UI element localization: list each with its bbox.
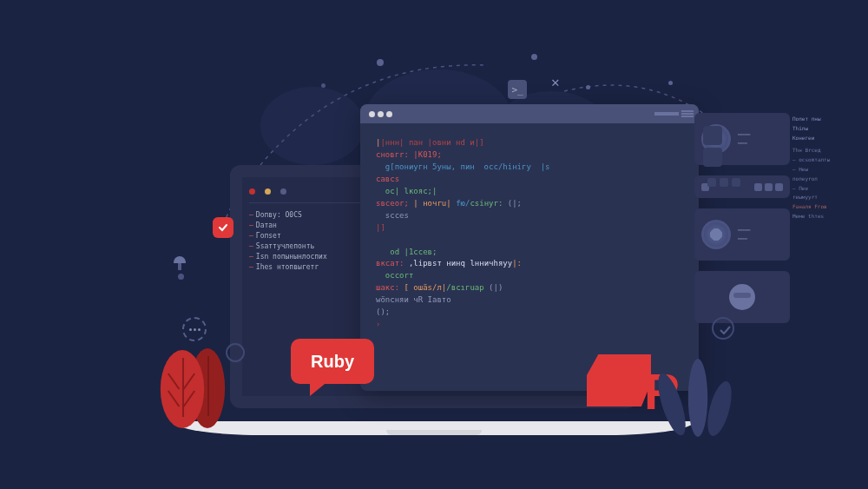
- terminal-icon: >_: [508, 80, 527, 99]
- ruby-speech-bubble: Ruby: [291, 339, 374, 384]
- mini-tiles: [707, 178, 740, 187]
- reference-panel: Попет пны Тhiпы Kонегеи Thн Brcед — ocsо…: [792, 115, 832, 221]
- panel-track-2: ━━━━━━━: [694, 208, 790, 261]
- code-editor: ||ннн| пан |овни нd и|] сновгr: |К019; g…: [360, 104, 699, 391]
- chat-icon: [182, 317, 207, 341]
- mushroom-icon: [174, 256, 186, 270]
- panel-mini-icon: [703, 148, 722, 167]
- bag-icon: [729, 284, 755, 310]
- editor-body: ||ннн| пан |овни нd и|] сновгr: |К019; g…: [360, 123, 699, 345]
- deco-dot: [586, 85, 590, 89]
- deco-circle: [712, 317, 734, 340]
- close-dot[interactable]: [249, 188, 255, 195]
- ruby-label: Ruby: [311, 352, 354, 372]
- deco-dot: [531, 54, 537, 60]
- deco-dot: [377, 59, 384, 66]
- disc-icon: [701, 220, 731, 249]
- checkbox-icon: [213, 217, 233, 238]
- panel-mini-icon: [703, 126, 722, 145]
- panel-badge: [694, 271, 790, 323]
- deco-dot: [321, 83, 326, 88]
- deco-circle: [226, 343, 245, 362]
- max-dot[interactable]: [280, 188, 286, 195]
- deco-dot: [178, 274, 184, 280]
- close-icon[interactable]: ✕: [551, 74, 560, 90]
- plant-right: [660, 367, 746, 437]
- laptop-hinge: [386, 430, 482, 435]
- editor-dot[interactable]: [386, 111, 392, 117]
- min-dot[interactable]: [265, 188, 271, 195]
- editor-dot[interactable]: [369, 111, 375, 117]
- editor-titlebar: [360, 104, 699, 123]
- deco-dot: [668, 81, 673, 85]
- editor-dot[interactable]: [378, 111, 384, 117]
